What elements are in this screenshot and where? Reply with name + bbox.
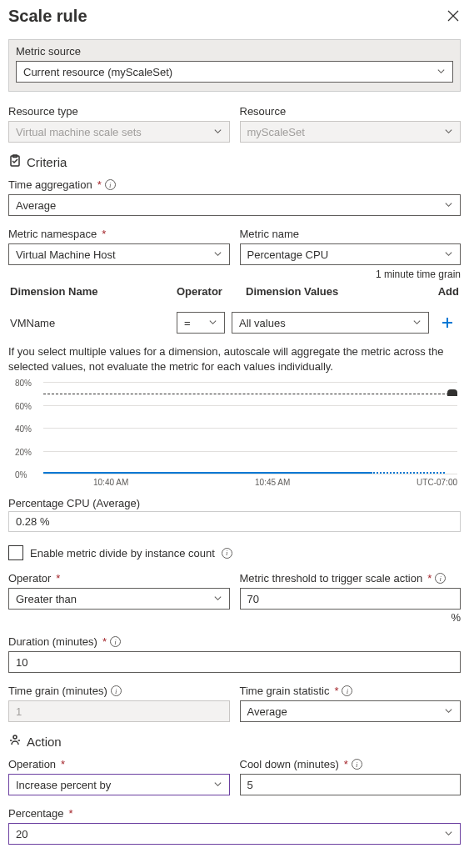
dim-header-add: Add [426,285,459,298]
cool-down-input[interactable]: 5 [240,774,462,795]
dimension-header-row: Dimension Name Operator Dimension Values… [8,285,461,306]
threshold-unit: % [240,611,462,624]
metric-source-select[interactable]: Current resource (myScaleSet) [16,61,453,83]
time-grain-stat-select[interactable]: Average [240,700,462,722]
time-grain-min-input: 1 [8,700,230,722]
dimension-row: VMName = All values [8,306,461,339]
percentage-label: Percentage* [8,807,461,820]
resource-type-label: Resource type [8,105,230,118]
info-icon[interactable]: i [110,636,121,647]
action-header: Action [8,734,461,750]
chevron-down-icon [412,317,422,329]
panel-title: Scale rule [8,7,87,26]
resource-type-select: Virtual machine scale sets [8,121,230,143]
info-icon[interactable]: i [105,179,116,190]
info-icon[interactable]: i [111,685,122,696]
threshold-input[interactable]: 70 [240,588,462,610]
action-icon [8,734,22,750]
cpu-summary-label: Percentage CPU (Average) [8,497,461,509]
resource-label: Resource [240,105,462,118]
info-icon[interactable]: i [342,685,352,696]
time-grain-note: 1 minute time grain [8,268,461,280]
time-aggregation-label: Time aggregation* i [8,178,461,191]
dimension-name: VMName [10,317,177,329]
close-icon[interactable] [447,10,461,23]
chevron-down-icon [444,705,453,718]
chevron-down-icon [444,199,453,212]
chart-end-marker [447,389,457,396]
operator-label: Operator* [8,572,230,585]
add-dimension-button[interactable] [436,311,459,334]
metric-source-value: Current resource (myScaleSet) [23,66,172,78]
info-icon[interactable]: i [435,573,446,584]
chevron-down-icon [444,248,453,261]
series-line-projected [371,472,445,474]
cpu-summary: Percentage CPU (Average) 0.28 % [8,497,461,532]
chart-x-axis: 10:40 AM 10:45 AM UTC-07:00 [43,478,457,487]
metric-namespace-select[interactable]: Virtual Machine Host [8,243,230,265]
dimension-note: If you select multiple values for a dime… [8,344,461,374]
duration-label: Duration (minutes)* i [8,635,461,648]
resource-type-value: Virtual machine scale sets [16,126,142,138]
duration-input[interactable]: 10 [8,651,461,673]
chevron-down-icon [208,317,217,329]
metric-source-section: Metric source Current resource (myScaleS… [8,39,461,92]
chevron-down-icon [437,66,446,78]
chevron-down-icon [213,779,222,791]
time-grain-stat-label: Time grain statistic* i [240,685,462,697]
operation-label: Operation* [8,758,230,770]
clipboard-check-icon [8,154,22,170]
svg-point-6 [13,735,17,739]
threshold-line [43,394,457,394]
dim-header-operator: Operator [177,285,239,298]
resource-value: myScaleSet [247,126,305,138]
operator-select[interactable]: Greater than [8,588,230,610]
chevron-down-icon [213,126,222,138]
metric-name-label: Metric name [240,228,462,240]
cpu-summary-value: 0.28 % [8,511,461,532]
cpu-chart: 80% 60% 40% 20% 0% 10:40 AM 10:45 AM UTC… [8,382,461,490]
info-icon[interactable]: i [222,548,232,559]
dimension-operator-select[interactable]: = [177,312,225,334]
metric-namespace-label: Metric namespace* [8,228,230,240]
time-aggregation-select[interactable]: Average [8,194,461,216]
operation-select[interactable]: Increase percent by [8,774,230,795]
threshold-label: Metric threshold to trigger scale action… [240,572,462,585]
chevron-down-icon [213,593,222,605]
chevron-down-icon [444,126,453,138]
chevron-down-icon [213,248,222,261]
enable-divide-checkbox[interactable] [8,545,23,560]
time-grain-min-label: Time grain (minutes) i [8,685,230,697]
metric-source-label: Metric source [16,45,453,58]
cool-down-label: Cool down (minutes)* i [240,758,462,770]
panel-header: Scale rule [8,7,461,26]
percentage-input[interactable]: 20 [8,823,461,845]
criteria-header: Criteria [8,154,461,170]
dim-header-values: Dimension Values [239,285,426,298]
resource-select: myScaleSet [240,121,462,143]
chevron-down-icon [444,828,453,840]
info-icon[interactable]: i [352,759,362,770]
dimension-values-select[interactable]: All values [232,312,429,334]
dim-header-name: Dimension Name [10,285,177,298]
metric-name-select[interactable]: Percentage CPU [240,243,462,265]
series-line [43,472,371,474]
enable-divide-label: Enable metric divide by instance count [30,547,215,559]
